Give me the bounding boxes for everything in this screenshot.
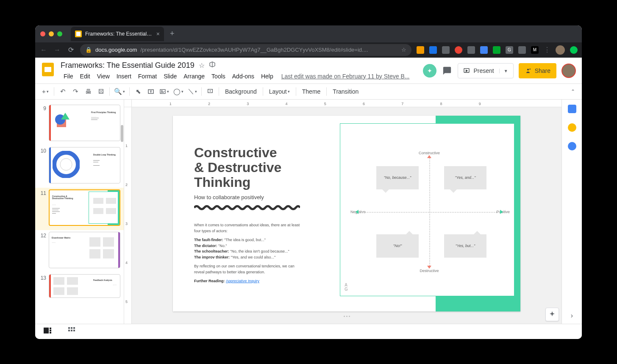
slide-canvas[interactable]: Constructive & Destructive Thinking How …	[173, 116, 520, 311]
tasks-icon[interactable]	[568, 142, 576, 150]
url-path: /presentation/d/1QxwEZZovkce3wAUHPyW7Ag7…	[140, 47, 368, 53]
extension-icon[interactable]	[480, 46, 488, 54]
print-button[interactable]: 🖶	[82, 86, 94, 97]
image-tool[interactable]: ▾	[158, 86, 171, 97]
nav-reload-button[interactable]: ⟳	[67, 46, 75, 54]
slide-thumbnail[interactable]: 9 First Principles Thinking ～～～～▬▬▬▬▬▬▬▬…	[35, 103, 124, 145]
menu-view[interactable]: View	[94, 72, 113, 81]
nav-forward-button[interactable]: →	[53, 46, 61, 54]
select-tool[interactable]: ⬉	[132, 86, 144, 97]
extension-icon[interactable]	[442, 46, 450, 54]
grid-view-icon[interactable]	[68, 327, 75, 336]
undo-button[interactable]: ↶	[57, 86, 69, 97]
svg-rect-21	[68, 330, 70, 331]
extension-icon[interactable]: G	[506, 46, 513, 54]
theme-button[interactable]: Theme	[299, 88, 324, 95]
extension-icon[interactable]	[493, 46, 500, 54]
menu-bar: File Edit View Insert Format Slide Arran…	[61, 72, 419, 81]
slide-chart-card: Constructive Destructive Negative Positi…	[340, 123, 514, 296]
account-avatar[interactable]	[561, 64, 576, 78]
canvas-scroll[interactable]: Constructive & Destructive Thinking How …	[132, 107, 561, 324]
extension-icon[interactable]	[417, 46, 424, 54]
zoom-button[interactable]: 🔍▾	[112, 86, 127, 97]
window-close-button[interactable]	[40, 31, 45, 36]
menu-format[interactable]: Format	[135, 72, 160, 81]
filmstrip-view-icon[interactable]	[44, 328, 51, 335]
slide-thumbnail[interactable]: 13 Feedback Analysis ～～～	[35, 272, 124, 302]
extension-icon[interactable]	[518, 46, 526, 54]
last-edit-link[interactable]: Last edit was made on February 11 by Ste…	[281, 73, 410, 80]
extension-icon[interactable]	[570, 46, 578, 54]
arrow-down-icon	[427, 266, 431, 269]
menu-insert[interactable]: Insert	[114, 72, 134, 81]
browser-window: Frameworks: The Essential Guide × + ← → …	[35, 25, 582, 339]
keep-icon[interactable]	[568, 123, 576, 132]
present-dropdown-caret-icon[interactable]: ▼	[499, 69, 508, 73]
bottom-bar	[35, 324, 582, 339]
explore-button[interactable]	[545, 308, 559, 321]
menu-tools[interactable]: Tools	[208, 72, 228, 81]
scrollbar-thumb[interactable]	[121, 125, 123, 142]
background-button[interactable]: Background	[222, 88, 260, 95]
arrow-left-icon	[356, 210, 359, 214]
slide-number: 9	[39, 105, 46, 141]
bookmark-star-icon[interactable]: ☆	[401, 47, 406, 53]
quadrant-box: "No, because..."	[376, 166, 419, 189]
window-maximize-button[interactable]	[57, 31, 62, 36]
slide-thumbnail[interactable]: 10 Double Loop Thinking ▬▬▬▬▬▬▬▬▬▬▬▬▬▬	[35, 145, 124, 188]
menu-help[interactable]: Help	[258, 72, 276, 81]
document-title[interactable]: Frameworks: The Essential Guide 2019	[61, 61, 195, 70]
brand-avatar-icon[interactable]: ✦	[423, 64, 436, 78]
svg-rect-14	[44, 328, 49, 333]
move-icon[interactable]	[209, 61, 216, 69]
new-tab-button[interactable]: +	[167, 29, 177, 38]
slide-thumbnail-selected[interactable]: 11 Constructive & Destructive Thinking ～…	[35, 188, 124, 230]
slide-title: Constructive & Destructive Thinking	[194, 145, 304, 190]
extension-icon[interactable]: M	[531, 46, 539, 54]
new-slide-button[interactable]: +▾	[39, 86, 51, 97]
slide-number: 13	[39, 274, 46, 298]
menu-arrange[interactable]: Arrange	[181, 72, 208, 81]
extension-icon[interactable]	[467, 46, 475, 54]
canvas-area: 1 2 3 4 5 6 7 8 9 1 2 3	[124, 100, 561, 324]
extension-icon[interactable]: ⋮	[544, 46, 550, 54]
redo-button[interactable]: ↷	[69, 86, 81, 97]
add-comment-button[interactable]	[204, 86, 216, 97]
menu-file[interactable]: File	[61, 72, 76, 81]
extension-icon[interactable]	[429, 46, 437, 54]
further-reading-link[interactable]: Appreciative Inquiry	[226, 279, 259, 283]
share-button[interactable]: Share	[519, 63, 556, 78]
nav-back-button[interactable]: ←	[39, 46, 48, 54]
comments-button[interactable]	[442, 65, 453, 76]
menu-addons[interactable]: Add-ons	[229, 72, 257, 81]
tab-close-icon[interactable]: ×	[156, 31, 160, 37]
present-label: Present	[473, 67, 494, 74]
side-panel-collapse-icon[interactable]: ›	[571, 312, 573, 320]
slides-logo-icon[interactable]	[39, 61, 56, 78]
slide-number: 12	[39, 232, 46, 268]
svg-rect-19	[71, 327, 72, 329]
browser-tab[interactable]: Frameworks: The Essential Guide ×	[71, 27, 164, 41]
collapse-toolbar-icon[interactable]: ⌃	[568, 89, 578, 94]
slide-thumbnail[interactable]: 12 Eisenhower Matrix ～～～	[35, 230, 124, 272]
present-button[interactable]: Present ▼	[458, 63, 513, 78]
line-tool[interactable]: ＼▾	[186, 86, 199, 97]
textbox-tool[interactable]	[145, 86, 157, 97]
calendar-icon[interactable]	[568, 105, 576, 113]
menu-slide[interactable]: Slide	[161, 72, 180, 81]
quadrant-box: "Yes, but..."	[444, 234, 486, 258]
slide-body: When it comes to conversations about ide…	[194, 222, 304, 284]
menu-edit[interactable]: Edit	[77, 72, 93, 81]
paint-format-button[interactable]: ⚄	[95, 86, 107, 97]
layout-button[interactable]: Layout▾	[266, 88, 293, 95]
transition-button[interactable]: Transition	[329, 88, 362, 95]
notes-divider[interactable]	[173, 311, 520, 322]
omnibox[interactable]: 🔒 docs.google.com /presentation/d/1QxwEZ…	[80, 44, 411, 56]
window-minimize-button[interactable]	[49, 31, 54, 36]
svg-rect-17	[50, 332, 51, 333]
filmstrip[interactable]: 9 First Principles Thinking ～～～～▬▬▬▬▬▬▬▬…	[35, 100, 124, 324]
extension-icon[interactable]	[455, 46, 462, 54]
star-icon[interactable]: ☆	[199, 61, 205, 69]
browser-profile-avatar[interactable]	[556, 45, 565, 55]
shape-tool[interactable]: ◯▾	[172, 86, 185, 97]
